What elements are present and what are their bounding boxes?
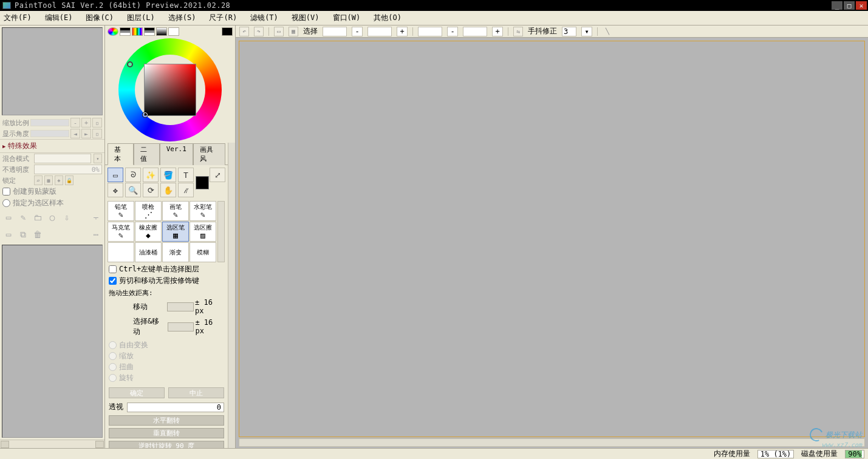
xform-scale-radio[interactable]: [109, 352, 117, 360]
scratchpad-tab-icon[interactable]: [168, 27, 179, 36]
swatch-tab-icon[interactable]: [156, 27, 167, 36]
wand-tool[interactable]: ✨: [143, 168, 159, 182]
menu-layer[interactable]: 图层(L): [127, 13, 155, 23]
opacity-value[interactable]: 0%: [34, 165, 102, 174]
color-wheel[interactable]: [118, 38, 222, 141]
angle-slider[interactable]: [30, 130, 69, 137]
zoom-reset-button[interactable]: ▫: [92, 118, 102, 127]
menu-window[interactable]: 窗口(W): [333, 13, 361, 23]
layer-list[interactable]: [2, 245, 103, 438]
redo-icon[interactable]: ↷: [254, 27, 264, 36]
flip-view-icon[interactable]: ⇋: [513, 27, 523, 36]
tab-ver1[interactable]: Ver.1: [160, 143, 193, 165]
menu-image[interactable]: 图像(C): [86, 13, 114, 23]
deselect-icon[interactable]: ▭: [274, 27, 284, 36]
menu-edit[interactable]: 编辑(E): [45, 13, 73, 23]
lasso-tool[interactable]: ᘐ: [125, 168, 141, 182]
brush-橡皮擦[interactable]: 橡皮擦◆: [135, 222, 162, 242]
selmove-dist-input[interactable]: [168, 322, 194, 332]
brush-画笔[interactable]: 画笔✎: [162, 201, 189, 221]
menu-ruler[interactable]: 尺子(R): [209, 13, 237, 23]
ctrl-click-layer-checkbox[interactable]: [109, 265, 117, 273]
rotate-tool[interactable]: ⟳: [143, 183, 159, 197]
stabilizer-value[interactable]: 3: [562, 27, 576, 36]
ang-field-2[interactable]: [463, 27, 487, 36]
bucket-tool[interactable]: 🪣: [160, 168, 176, 182]
clip-mask-checkbox[interactable]: [2, 188, 10, 195]
fg-color-chip[interactable]: [222, 27, 233, 36]
select-rect-tool[interactable]: ▭: [108, 168, 123, 182]
brush-马克笔[interactable]: 马克笔✎: [108, 222, 134, 242]
flip-v-button[interactable]: 垂直翻转: [109, 428, 224, 438]
lock-all-icon[interactable]: 🔒: [65, 175, 73, 185]
close-button[interactable]: ✕: [856, 1, 867, 10]
navigator-preview[interactable]: [2, 27, 103, 115]
menu-select[interactable]: 选择(S): [168, 13, 196, 23]
sv-square[interactable]: [144, 64, 196, 116]
perspective-input[interactable]: 0: [127, 403, 224, 412]
merge-icon[interactable]: ⫟: [90, 211, 102, 223]
hsv-slider-tab-icon[interactable]: [132, 27, 143, 36]
lock-pixel-icon[interactable]: ▦: [44, 175, 53, 185]
lock-none-icon[interactable]: ▱: [34, 175, 43, 185]
color-wheel-tab-icon[interactable]: [108, 27, 118, 36]
zoom-tool[interactable]: 🔍: [125, 183, 141, 197]
stabilizer-dropdown-icon[interactable]: ▾: [581, 27, 592, 36]
rgb-slider-tab-icon[interactable]: [120, 27, 131, 36]
brush-选区笔[interactable]: 选区笔▦: [162, 222, 189, 242]
sel-minus-button[interactable]: -: [352, 27, 363, 36]
fx-section-toggle[interactable]: 特殊效果: [0, 139, 104, 153]
brush-铅笔[interactable]: 铅笔✎: [108, 201, 134, 221]
angle-ccw-button[interactable]: ◄: [70, 129, 80, 138]
xform-distort-radio[interactable]: [109, 363, 117, 371]
flip-h-button[interactable]: 水平翻转: [109, 415, 224, 426]
menu-filter[interactable]: 滤镜(T): [250, 13, 278, 23]
delete-layer-icon[interactable]: 🗑: [32, 228, 44, 240]
brush-模糊[interactable]: 模糊: [190, 242, 216, 262]
tab-basic[interactable]: 基本: [108, 143, 134, 165]
left-hscroll[interactable]: [0, 440, 104, 448]
angle-reset-button[interactable]: ▫: [92, 129, 102, 138]
midpanel-scrollbar[interactable]: [228, 143, 235, 448]
ang-field[interactable]: [418, 27, 442, 36]
swap-colors-icon[interactable]: ⤢: [210, 168, 225, 182]
ang-minus-button[interactable]: -: [447, 27, 458, 36]
hand-tool[interactable]: ✋: [160, 183, 176, 197]
sel-plus-button[interactable]: +: [397, 27, 408, 36]
xform-free-radio[interactable]: [109, 341, 117, 349]
eyedropper-tool[interactable]: ⫽: [178, 183, 194, 197]
canvas[interactable]: [239, 41, 865, 437]
ang-plus-button[interactable]: +: [492, 27, 503, 36]
tab-binary[interactable]: 二值: [134, 143, 160, 165]
new-folder-icon[interactable]: 🗀: [32, 211, 44, 223]
canvas-hscrollbar[interactable]: [239, 438, 865, 447]
brush-渐变[interactable]: 渐变: [162, 242, 189, 262]
move-dist-input[interactable]: [167, 302, 194, 311]
invert-sel-icon[interactable]: ▦: [289, 27, 298, 36]
menu-file[interactable]: 文件(F): [4, 13, 32, 23]
sel-sample-radio[interactable]: [2, 199, 10, 207]
gray-slider-tab-icon[interactable]: [144, 27, 155, 36]
brush-scrollbar[interactable]: [217, 201, 225, 262]
brush-empty[interactable]: [108, 242, 134, 262]
fg-swatch[interactable]: [196, 176, 209, 189]
transform-ok-button[interactable]: 确定: [109, 387, 165, 398]
cut-move-checkbox[interactable]: [109, 277, 117, 285]
clear-layer-icon[interactable]: ▭: [2, 228, 15, 240]
brush-选区擦[interactable]: 选区擦▨: [190, 222, 216, 242]
zoom-slider[interactable]: [30, 119, 69, 126]
maximize-button[interactable]: □: [844, 1, 855, 10]
blend-mode-select[interactable]: [34, 154, 91, 163]
move-tool[interactable]: ✥: [108, 183, 123, 197]
zoom-out-button[interactable]: -: [70, 118, 80, 127]
mask-icon[interactable]: ◯: [46, 211, 58, 223]
tab-paint[interactable]: 画具风: [193, 143, 225, 165]
zoom-in-button[interactable]: +: [81, 118, 91, 127]
sel-field-1[interactable]: [323, 27, 347, 36]
layer-menu-icon[interactable]: ⋯: [90, 228, 102, 240]
minimize-button[interactable]: _: [832, 1, 842, 10]
hue-cursor[interactable]: [127, 61, 133, 67]
brush-水彩笔[interactable]: 水彩笔✎: [190, 201, 216, 221]
line-tool-icon[interactable]: ╲: [603, 27, 612, 36]
blend-dropdown-icon[interactable]: ▾: [94, 154, 102, 163]
